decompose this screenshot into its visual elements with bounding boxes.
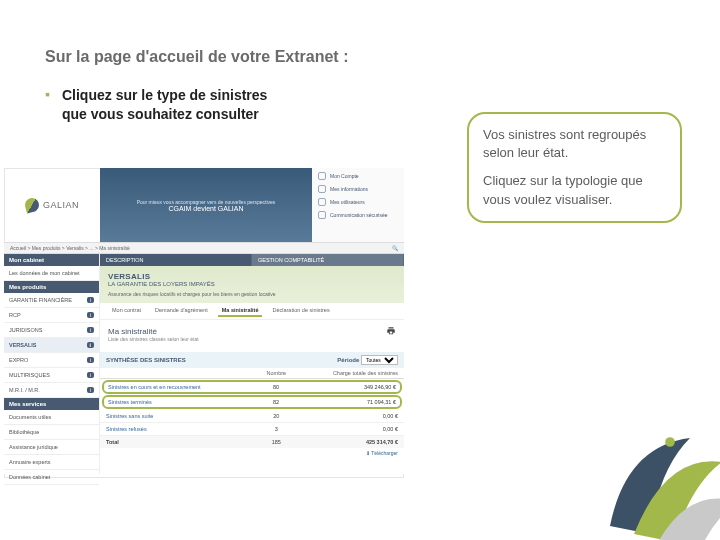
synthesis-bar: SYNTHÈSE DES SINISTRES Période Toutes [100,352,404,368]
sidebar-item-versalis[interactable]: VERSALISi [4,338,99,353]
subtab-sinistralite[interactable]: Ma sinistralité [218,305,263,317]
sidebar-item-multirisques[interactable]: MULTIRISQUESi [4,368,99,383]
sidebar-item-annuaire[interactable]: Annuaire experts [4,455,99,470]
user-icon [318,172,326,180]
print-icon[interactable] [386,326,396,336]
sidebar-item-bibliotheque[interactable]: Bibliothèque [4,425,99,440]
main-panel: DESCRIPTION GESTION COMPTABILITÉ VERSALI… [100,254,404,474]
bullet-line1: Cliquez sur le type de sinistres [62,87,267,103]
brand-logo: GALIAN [4,168,100,242]
hero-banner: Pour mieux vous accompagner vers de nouv… [100,168,312,242]
sidebar-item-rcp[interactable]: RCPi [4,308,99,323]
th-charge: Charge totale des sinistres [301,370,398,376]
table-row-total: Total185425 314,70 € [100,436,404,448]
sidebar-header-cabinet: Mon cabinet [4,254,99,266]
table-row-sanssuite[interactable]: Sinistres sans suite200,00 € [100,410,404,423]
logo-icon [23,196,40,213]
breadcrumb-path: Accueil > Mes produits > Versalis > ... … [10,245,130,251]
bullet-text: Cliquez sur le type de sinistres que vou… [62,86,267,124]
hero-title: CGAIM devient GALIAN [168,205,243,212]
section-title: Ma sinistralité [108,327,157,336]
table-header: Nombre Charge totale des sinistres [100,368,404,379]
th-label [106,370,252,376]
product-banner: VERSALIS LA GARANTIE DES LOYERS IMPAYÉS … [100,266,404,303]
sidebar-item-donnees[interactable]: Données cabinet [4,470,99,485]
profile-name: Mon Compte [330,173,359,179]
info-icon [318,185,326,193]
profile-item[interactable]: Mes informations [330,186,368,192]
sidebar-item-mri[interactable]: M.R.I. / M.R.i [4,383,99,398]
callout-p2: Cliquez sur la typologie que vous voulez… [483,172,666,208]
subtab-declaration[interactable]: Déclaration de sinistres [268,305,333,317]
svg-point-0 [665,437,675,447]
period-label: Période [337,357,359,363]
sidebar-header-services: Mes services [4,398,99,410]
hero-subtitle: Pour mieux vous accompagner vers de nouv… [137,199,276,205]
table-row-refuses[interactable]: Sinistres refusés30,00 € [100,423,404,436]
profile-item[interactable]: Mes utilisateurs [330,199,365,205]
mail-icon [318,211,326,219]
sidebar: Mon cabinet Les données de mon cabinet M… [4,254,100,474]
tab-gestion[interactable]: GESTION COMPTABILITÉ [252,254,404,266]
callout-box: Vos sinistres sont regroupés selon leur … [467,112,682,223]
product-tagline: LA GARANTIE DES LOYERS IMPAYÉS [108,281,396,287]
brand-name: GALIAN [43,200,79,210]
bullet-marker: ▪ [45,86,50,103]
bullet-line2: que vous souhaitez consulter [62,106,259,122]
sidebar-item-assistance[interactable]: Assistance juridique [4,440,99,455]
profile-item[interactable]: Communication sécurisée [330,212,388,218]
subtab-agrement[interactable]: Demande d'agrément [151,305,212,317]
sidebar-item-cabinet-data[interactable]: Les données de mon cabinet [4,266,99,281]
search-icon[interactable]: 🔍 [392,245,398,251]
callout-p1: Vos sinistres sont regroupés selon leur … [483,126,666,162]
section-subtitle: Liste des sinistres classés selon leur é… [108,336,396,342]
period-select[interactable]: Toutes [361,355,398,365]
subtab-contrat[interactable]: Mon contrat [108,305,145,317]
breadcrumb: Accueil > Mes produits > Versalis > ... … [4,242,404,254]
product-desc: Assurance des risques locatifs et charge… [108,291,396,297]
download-link[interactable]: ⬇ Télécharger [100,448,404,458]
brand-logo-large [578,398,720,540]
page-title: Sur la page d'accueil de votre Extranet … [0,0,720,78]
profile-panel: Mon Compte Mes informations Mes utilisat… [312,168,404,242]
sidebar-item-expro[interactable]: EXPROi [4,353,99,368]
synthesis-label: SYNTHÈSE DES SINISTRES [106,357,186,363]
table-row-termines[interactable]: Sinistres terminés8271 094,31 € [102,395,402,409]
sidebar-item-garantie[interactable]: GARANTIE FINANCIÈREi [4,293,99,308]
sidebar-item-documents[interactable]: Documents utiles [4,410,99,425]
extranet-screenshot: GALIAN Pour mieux vous accompagner vers … [4,168,404,478]
users-icon [318,198,326,206]
product-name: VERSALIS [108,272,396,281]
sidebar-header-products: Mes produits [4,281,99,293]
sidebar-item-juridisons[interactable]: JURIDISONSi [4,323,99,338]
tab-description[interactable]: DESCRIPTION [100,254,252,266]
table-row-encours[interactable]: Sinistres en cours et en recouvrement803… [102,380,402,394]
th-count: Nombre [252,370,301,376]
